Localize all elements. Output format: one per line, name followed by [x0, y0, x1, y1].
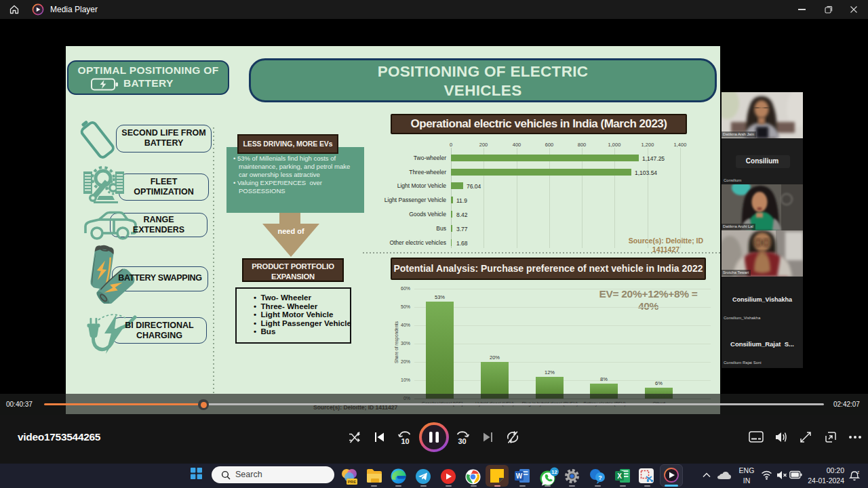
svg-text:12: 12: [551, 469, 557, 475]
svg-text:30: 30: [458, 437, 466, 445]
svg-text:10: 10: [401, 437, 409, 445]
svg-text:X: X: [617, 472, 622, 480]
svg-text:?: ?: [598, 474, 602, 481]
svg-text:W: W: [516, 472, 523, 480]
svg-text:PRE: PRE: [348, 480, 356, 484]
svg-text:z: z: [857, 470, 859, 474]
